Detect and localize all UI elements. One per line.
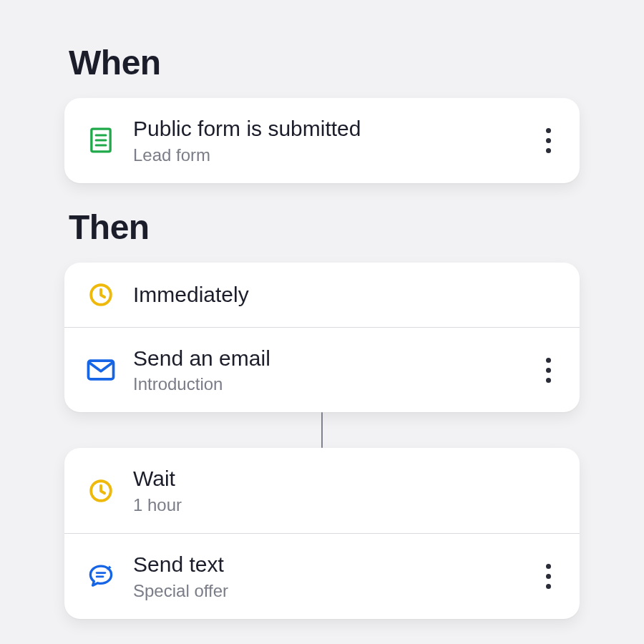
trigger-subtitle: Lead form — [133, 144, 521, 166]
trigger-title: Public form is submitted — [133, 115, 521, 142]
email-icon — [86, 355, 116, 385]
action-group-1: Immediately Send an email Introduction — [64, 263, 580, 413]
text-menu-button[interactable] — [538, 560, 558, 592]
wait-row[interactable]: Wait 1 hour — [64, 448, 580, 533]
connector — [64, 412, 580, 448]
clock-icon — [86, 280, 116, 310]
immediate-title: Immediately — [133, 281, 558, 308]
then-heading: Then — [69, 208, 580, 247]
trigger-row: Public form is submitted Lead form — [64, 98, 580, 183]
text-subtitle: Special offer — [133, 580, 521, 602]
wait-subtitle: 1 hour — [133, 494, 558, 516]
sms-icon — [86, 561, 116, 591]
when-heading: When — [69, 43, 580, 82]
text-row[interactable]: Send text Special offer — [64, 533, 580, 619]
text-title: Send text — [133, 551, 521, 578]
email-menu-button[interactable] — [538, 354, 558, 386]
wait-title: Wait — [133, 465, 558, 492]
action-group-2: Wait 1 hour Send text Special offer — [64, 448, 580, 618]
form-icon — [86, 125, 116, 155]
trigger-card[interactable]: Public form is submitted Lead form — [64, 98, 580, 183]
email-row[interactable]: Send an email Introduction — [64, 327, 580, 413]
trigger-menu-button[interactable] — [538, 125, 558, 156]
wait-body: Wait 1 hour — [133, 465, 558, 516]
email-title: Send an email — [133, 345, 521, 372]
trigger-body: Public form is submitted Lead form — [133, 115, 521, 166]
immediate-row[interactable]: Immediately — [64, 263, 580, 327]
clock-icon — [86, 476, 116, 506]
email-subtitle: Introduction — [133, 373, 521, 395]
email-body: Send an email Introduction — [133, 345, 521, 396]
text-body: Send text Special offer — [133, 551, 521, 602]
immediate-body: Immediately — [133, 281, 558, 308]
